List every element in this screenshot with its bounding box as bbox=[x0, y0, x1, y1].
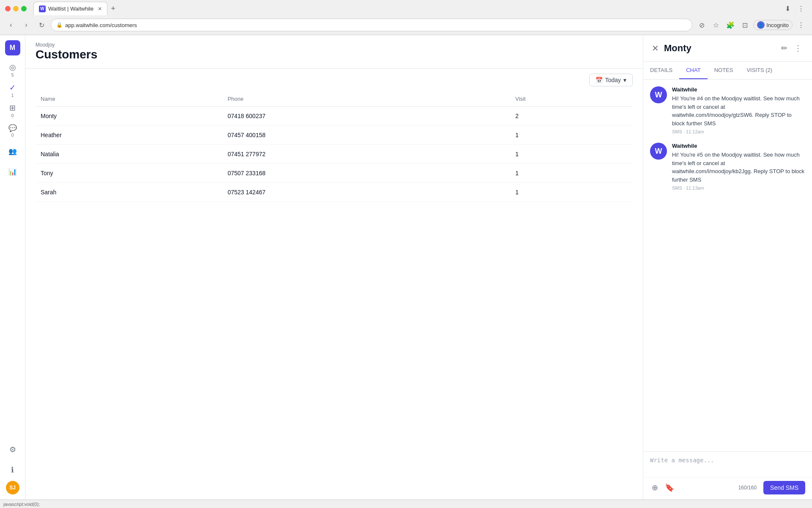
sidebar-item-activity[interactable]: ◎ 5 bbox=[3, 61, 22, 79]
cell-phone: 07418 600237 bbox=[222, 107, 510, 126]
waitwhile-logo: W bbox=[655, 91, 662, 99]
browser-toolbar-actions: ⊘ ☆ 🧩 ⊡ 👤 Incognito ⋮ bbox=[696, 19, 807, 31]
close-window-button[interactable] bbox=[5, 6, 11, 11]
browser-tab-active[interactable]: W Waitlist | Waitwhile ✕ bbox=[33, 2, 107, 15]
message-sender: Waitwhile bbox=[672, 143, 805, 149]
browser-minimize-icon[interactable]: ⬇ bbox=[782, 3, 793, 14]
browser-profile[interactable]: 👤 Incognito bbox=[753, 20, 793, 30]
profile-avatar: 👤 bbox=[757, 21, 765, 29]
col-header-name: Name bbox=[36, 91, 222, 107]
message-body: Waitwhile Hi! You're #4 on the Moodjoy w… bbox=[672, 86, 805, 134]
bookmark-message-button[interactable]: 🔖 bbox=[663, 481, 676, 494]
cell-visit: 1 bbox=[510, 183, 633, 202]
app-container: M ◎ 5 ✓ 1 ⊞ 0 💬 0 👥 📊 ⚙ bbox=[0, 35, 812, 500]
tab-notes[interactable]: NOTES bbox=[708, 62, 740, 79]
today-button[interactable]: 📅 Today ▾ bbox=[589, 74, 633, 86]
reload-button[interactable]: ↻ bbox=[36, 19, 47, 31]
waitwhile-logo: W bbox=[655, 147, 662, 156]
cell-name: Natalia bbox=[36, 145, 222, 164]
extensions-button[interactable]: 🧩 bbox=[724, 19, 736, 31]
panel-header: ✕ Monty ✏ ⋮ bbox=[643, 35, 812, 62]
tab-title: Waitlist | Waitwhile bbox=[48, 6, 93, 12]
minimize-window-button[interactable] bbox=[13, 6, 19, 11]
cell-name: Sarah bbox=[36, 183, 222, 202]
sidebar-item-chat[interactable]: 💬 0 bbox=[3, 121, 22, 140]
info-icon: ℹ bbox=[11, 465, 14, 475]
browser-tabs: W Waitlist | Waitwhile ✕ + bbox=[30, 2, 778, 15]
table-header-row: Name Phone Visit bbox=[36, 91, 633, 107]
sidebar-item-analytics[interactable]: 📊 bbox=[3, 162, 22, 181]
table-row[interactable]: Sarah 07523 142467 1 bbox=[36, 183, 633, 202]
customers-table: Name Phone Visit Monty 07418 600237 2 He… bbox=[36, 91, 633, 202]
table-row[interactable]: Heather 07457 400158 1 bbox=[36, 126, 633, 145]
browser-addressbar: ‹ › ↻ 🔒 app.waitwhile.com/customers ⊘ ☆ … bbox=[0, 17, 812, 35]
cell-name: Heather bbox=[36, 126, 222, 145]
send-sms-button[interactable]: Send SMS bbox=[763, 481, 805, 494]
more-options-button[interactable]: ⋮ bbox=[793, 42, 804, 55]
message-toolbar: ⊕ 🔖 160/160 Send SMS bbox=[643, 477, 812, 500]
ssl-lock-icon: 🔒 bbox=[56, 22, 63, 28]
activity-icon: ◎ bbox=[9, 63, 16, 72]
table-row[interactable]: Natalia 07451 277972 1 bbox=[36, 145, 633, 164]
col-header-phone: Phone bbox=[222, 91, 510, 107]
users-icon: 👥 bbox=[8, 147, 17, 155]
sidebar-logo[interactable]: M bbox=[5, 40, 20, 55]
sidebar-item-users[interactable]: 👥 bbox=[3, 142, 22, 160]
sidebar-bottom: ⚙ ℹ SJ bbox=[3, 440, 22, 494]
new-tab-button[interactable]: + bbox=[109, 4, 117, 13]
cell-phone: 07507 233168 bbox=[222, 164, 510, 183]
checklist-icon: ✓ bbox=[9, 83, 16, 92]
cell-phone: 07523 142467 bbox=[222, 183, 510, 202]
status-bar: javascript:void(0); bbox=[0, 500, 812, 508]
tab-close-button[interactable]: ✕ bbox=[98, 6, 102, 12]
today-label: Today bbox=[605, 77, 621, 83]
cell-visit: 2 bbox=[510, 107, 633, 126]
message-avatar: W bbox=[650, 143, 667, 160]
tab-visits-label: VISITS (2) bbox=[746, 67, 772, 73]
sidebar-item-checklist[interactable]: ✓ 1 bbox=[3, 81, 22, 99]
tab-visits[interactable]: VISITS (2) bbox=[740, 62, 779, 79]
status-text: javascript:void(0); bbox=[3, 502, 40, 507]
user-avatar[interactable]: SJ bbox=[6, 481, 19, 494]
table-row[interactable]: Tony 07507 233168 1 bbox=[36, 164, 633, 183]
char-count: 160/160 bbox=[738, 485, 757, 491]
grid-badge: 0 bbox=[11, 113, 14, 118]
sidebar-item-grid[interactable]: ⊞ 0 bbox=[3, 101, 22, 120]
message-input[interactable] bbox=[650, 457, 805, 470]
forward-button[interactable]: › bbox=[20, 19, 32, 31]
table-row[interactable]: Monty 07418 600237 2 bbox=[36, 107, 633, 126]
maximize-window-button[interactable] bbox=[21, 6, 27, 11]
browser-titlebar: W Waitlist | Waitwhile ✕ + ⬇ ⋮ bbox=[0, 0, 812, 17]
profile-label: Incognito bbox=[766, 22, 789, 28]
main-header: Moodjoy Customers bbox=[25, 35, 643, 69]
cell-visit: 1 bbox=[510, 126, 633, 145]
profile-sync-button[interactable]: ⊡ bbox=[739, 19, 751, 31]
url-text: app.waitwhile.com/customers bbox=[65, 22, 137, 28]
chat-messages-list: W Waitwhile Hi! You're #4 on the Moodjoy… bbox=[643, 80, 812, 451]
message-input-box bbox=[643, 452, 812, 477]
browser-chrome: W Waitlist | Waitwhile ✕ + ⬇ ⋮ ‹ › ↻ 🔒 a… bbox=[0, 0, 812, 35]
url-bar[interactable]: 🔒 app.waitwhile.com/customers bbox=[51, 19, 692, 31]
screen-cast-icon[interactable]: ⊘ bbox=[696, 19, 708, 31]
dropdown-icon: ▾ bbox=[623, 77, 626, 83]
cell-visit: 1 bbox=[510, 145, 633, 164]
col-header-visit: Visit bbox=[510, 91, 633, 107]
bookmark-button[interactable]: ☆ bbox=[710, 19, 722, 31]
customer-detail-panel: ✕ Monty ✏ ⋮ DETAILS CHAT NOTES VISITS (2… bbox=[643, 35, 812, 500]
add-attachment-button[interactable]: ⊕ bbox=[650, 481, 660, 494]
browser-more-button[interactable]: ⋮ bbox=[795, 19, 807, 31]
sidebar-item-settings[interactable]: ⚙ bbox=[3, 440, 22, 459]
tab-chat[interactable]: CHAT bbox=[679, 62, 707, 79]
panel-tabs: DETAILS CHAT NOTES VISITS (2) bbox=[643, 62, 812, 80]
message-body: Waitwhile Hi! You're #5 on the Moodjoy w… bbox=[672, 143, 805, 190]
page-title: Customers bbox=[36, 48, 633, 61]
message-text: Hi! You're #5 on the Moodjoy waitlist. S… bbox=[672, 151, 805, 184]
edit-button[interactable]: ✏ bbox=[779, 42, 789, 55]
logo-letter: M bbox=[10, 44, 15, 52]
panel-actions: ✏ ⋮ bbox=[779, 42, 804, 55]
tab-details[interactable]: DETAILS bbox=[643, 62, 679, 79]
panel-close-button[interactable]: ✕ bbox=[652, 43, 659, 53]
sidebar-item-info[interactable]: ℹ bbox=[3, 461, 22, 479]
back-button[interactable]: ‹ bbox=[5, 19, 17, 31]
browser-menu-button[interactable]: ⋮ bbox=[795, 3, 807, 14]
